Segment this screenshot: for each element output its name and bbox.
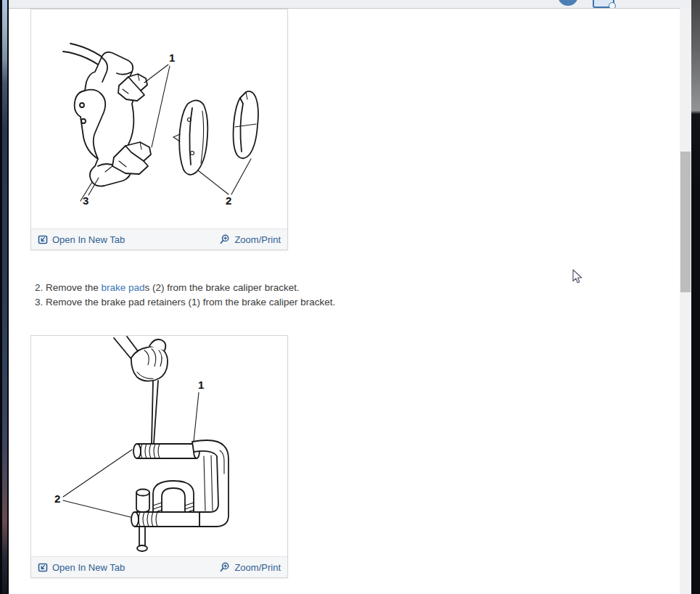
callout-1: 1 — [169, 51, 175, 64]
background-window-glass — [2, 0, 8, 594]
open-in-new-tab-link[interactable]: Open In New Tab — [38, 234, 125, 245]
open-in-new-tab-link[interactable]: Open In New Tab — [38, 562, 125, 573]
open-in-new-tab-icon — [38, 562, 48, 572]
step-2-suffix: s (2) from the brake caliper bracket. — [145, 282, 300, 293]
callout-2: 2 — [226, 194, 231, 207]
open-in-new-tab-icon — [38, 234, 48, 244]
step-item-3: 3. Remove the brake pad retainers (1) fr… — [35, 295, 335, 310]
background-window-right-edge — [691, 0, 700, 594]
image-panel-footer: Open In New Tab Zoom/Print — [31, 228, 287, 249]
zoom-print-label: Zoom/Print — [234, 562, 281, 573]
browser-toolbar — [9, 0, 691, 9]
zoom-print-label: Zoom/Print — [234, 234, 281, 245]
caliper-diagram: 1 2 — [31, 336, 287, 556]
callout-3: 3 — [83, 194, 88, 207]
step-2-prefix: 2. Remove the — [35, 282, 102, 293]
callout-1: 1 — [198, 379, 204, 391]
vertical-scrollbar-thumb[interactable] — [680, 152, 691, 292]
open-in-new-tab-label: Open In New Tab — [52, 234, 125, 245]
zoom-print-link[interactable]: Zoom/Print — [220, 234, 281, 245]
mouse-pointer-icon — [572, 269, 582, 284]
help-badge-icon — [609, 2, 616, 9]
brake-pads-diagram-svg: 1 3 2 — [31, 9, 287, 228]
image-panel-caliper: 1 2 Open In New Tab — [30, 335, 288, 578]
printer-help-icon[interactable] — [593, 0, 614, 8]
image-panel-footer: Open In New Tab Zoom/Print — [31, 556, 287, 577]
brake-pads-diagram: 1 3 2 — [31, 9, 287, 228]
step-item-2: 2. Remove the brake pads (2) from the br… — [35, 281, 335, 295]
caliper-diagram-svg: 1 2 — [31, 336, 287, 556]
zoom-print-link[interactable]: Zoom/Print — [220, 562, 281, 573]
page-content: 1 3 2 Open In New Tab — [9, 8, 680, 594]
zoom-icon — [220, 234, 230, 244]
user-avatar-icon[interactable] — [558, 0, 578, 6]
step-3-text: 3. Remove the brake pad retainers (1) fr… — [35, 297, 335, 308]
background-window-left-edge — [0, 0, 9, 594]
zoom-icon — [220, 562, 230, 572]
brake-pad-link[interactable]: brake pad — [102, 282, 145, 293]
instruction-steps: 2. Remove the brake pads (2) from the br… — [35, 281, 335, 310]
callout-2: 2 — [54, 492, 60, 505]
vertical-scrollbar-track[interactable] — [680, 8, 691, 594]
open-in-new-tab-label: Open In New Tab — [52, 562, 125, 573]
image-panel-brake-pads: 1 3 2 Open In New Tab — [30, 9, 288, 250]
